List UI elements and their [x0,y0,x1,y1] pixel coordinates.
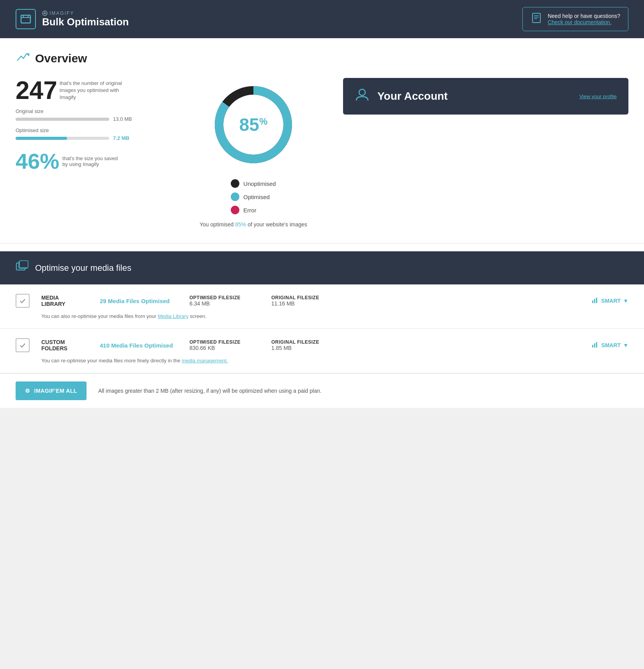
svg-rect-17 [592,300,593,303]
svg-rect-22 [596,342,597,348]
overview-content: 247 that's the number of original images… [16,78,628,228]
donut-pct-symbol: % [259,116,267,127]
custom-folders-smart-btn[interactable]: SMART ▼ [592,341,628,350]
help-text-block: Need help or have questions? Check our d… [548,13,620,25]
media-library-optimised-label: OPTIMISED FILESIZE [189,295,260,300]
svg-rect-7 [533,13,540,23]
main-content: Overview 247 that's the number of origin… [0,38,644,408]
smart-btn-label: SMART [601,298,621,304]
media-library-optimised: OPTIMISED FILESIZE 6.34 MB [189,295,260,307]
original-size-bar-fill [16,118,109,121]
custom-folders-optimised-value: 830.66 KB [189,345,260,351]
custom-folders-row-top: CUSTOM FOLDERS 410 Media Files Optimised… [16,338,628,352]
custom-folders-check [16,338,30,352]
savings-pct: 46% [16,150,59,172]
svg-rect-0 [21,15,30,23]
media-library-name: MEDIA LIBRARY [41,295,88,307]
account-icon [355,87,370,105]
header-left: IMAGIFY Bulk Optimisation [16,9,129,29]
legend-dot-optimised [231,192,239,201]
svg-point-13 [359,89,365,95]
legend-dot-error [231,206,239,214]
overview-section: Overview 247 that's the number of origin… [0,38,644,244]
stat-images-number: 247 [16,78,57,103]
optimised-size-bar-bg [16,137,109,140]
svg-rect-20 [592,345,593,348]
media-library-link[interactable]: Media Library [158,313,189,319]
logo-icon [16,9,36,29]
savings-desc: that's the size you saved by using Imagi… [62,155,121,167]
media-library-check [16,294,30,308]
imagifem-all-button[interactable]: ⚙ IMAGIF'EM ALL [16,381,87,400]
custom-folders-original-value: 1.85 MB [271,345,341,351]
custom-smart-dropdown-icon: ▼ [623,342,628,348]
stat-images-desc: that's the number of original images you… [60,80,130,101]
legend-label-error: Error [243,207,256,214]
chart-legend: Unoptimised Optimised Error [231,179,276,214]
optimised-pct-highlight: 85% [235,221,246,228]
view-profile-link[interactable]: View your profile [579,94,617,99]
header-brand: IMAGIFY Bulk Optimisation [42,11,129,28]
stat-images-row: 247 that's the number of original images… [16,78,179,103]
svg-rect-21 [594,343,595,348]
original-size-value: 13.0 MB [113,116,132,122]
custom-folders-row: CUSTOM FOLDERS 410 Media Files Optimised… [0,329,644,373]
donut-chart: 85% [211,82,296,168]
legend-label-unoptimised: Unoptimised [243,180,276,187]
overview-center: 85% Unoptimised Optimised Error [179,78,327,228]
donut-center-text: 85% [239,114,268,135]
doc-link[interactable]: Check our documentation. [548,19,620,25]
legend-dot-unoptimised [231,179,239,188]
media-section-title: Optimise your media files [35,263,131,273]
custom-folders-note: You can re-optimise your media files mor… [16,358,628,364]
media-library-note: You can also re-optimise your media file… [16,313,628,319]
svg-rect-19 [596,298,597,303]
optimised-size-label: Optimised size [16,127,179,133]
legend-label-optimised: Optimised [243,194,270,200]
custom-smart-btn-label: SMART [601,342,621,348]
media-header: Optimise your media files [0,251,644,284]
media-library-count: 29 Media Files Optimised [100,298,178,304]
imagifem-btn-icon: ⚙ [25,388,30,394]
media-header-icon [16,260,29,276]
custom-smart-bar-icon [592,341,599,350]
smart-bar-icon [592,297,599,305]
imagifem-btn-label: IMAGIF'EM ALL [34,388,77,394]
svg-rect-18 [594,299,595,303]
original-size-label: Original size [16,108,179,114]
smart-dropdown-icon: ▼ [623,298,628,304]
svg-rect-16 [19,261,28,268]
overview-header: Overview [16,50,628,67]
optimised-size-value: 7.2 MB [113,135,129,141]
custom-folders-optimised: OPTIMISED FILESIZE 830.66 KB [189,339,260,351]
optimised-suffix: of your website's images [246,221,307,228]
media-library-original-value: 11.16 MB [271,300,341,307]
original-size-row: 13.0 MB [16,116,179,122]
optimised-size-bar-fill [16,137,67,140]
legend-optimised: Optimised [231,192,276,201]
optimised-summary-text: You optimised [200,221,235,228]
overview-icon [16,50,30,67]
custom-folders-name: CUSTOM FOLDERS [41,339,88,351]
page-title: Bulk Optimisation [42,16,129,28]
media-section: Optimise your media files MEDIA LIBRARY … [0,251,644,408]
header: IMAGIFY Bulk Optimisation Need help or h… [0,0,644,38]
account-title: Your Account [377,90,571,102]
media-library-row: MEDIA LIBRARY 29 Media Files Optimised O… [0,284,644,329]
media-library-optimised-value: 6.34 MB [189,300,260,307]
original-size-bar-bg [16,118,109,121]
custom-folders-link[interactable]: media management. [182,358,228,364]
optimised-size-row: 7.2 MB [16,135,179,141]
overview-title: Overview [35,52,87,65]
savings-row: 46% that's the size you saved by using I… [16,150,179,172]
media-library-original: ORIGINAL FILESIZE 11.16 MB [271,295,341,307]
custom-folders-optimised-label: OPTIMISED FILESIZE [189,339,260,345]
media-library-smart-btn[interactable]: SMART ▼ [592,297,628,305]
your-account-box: Your Account View your profile [343,78,628,115]
custom-folders-original: ORIGINAL FILESIZE 1.85 MB [271,339,341,351]
doc-icon [531,12,542,26]
overview-right: Your Account View your profile [327,78,628,122]
header-help-box: Need help or have questions? Check our d… [522,7,628,31]
donut-pct-number: 85 [239,115,259,135]
brand-name: IMAGIFY [42,11,129,16]
